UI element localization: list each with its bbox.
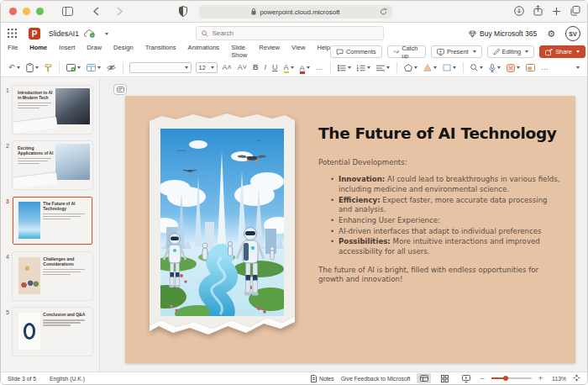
bullet-list-button[interactable] — [337, 61, 352, 75]
diamond-icon — [469, 30, 476, 38]
grow-font-button[interactable]: A˄ — [222, 61, 233, 75]
new-tab-icon[interactable] — [552, 4, 561, 19]
slide-sorter-view-button[interactable] — [438, 373, 452, 383]
find-button[interactable] — [470, 61, 484, 75]
zoom-level-label[interactable]: 113% — [549, 376, 566, 382]
slide-image-frame[interactable] — [148, 108, 297, 337]
shapes-button[interactable] — [403, 61, 418, 75]
present-button[interactable]: Present — [431, 45, 481, 58]
collapse-ribbon-button[interactable] — [575, 61, 580, 75]
thumbnail-title: Conclusion and Q&A — [43, 313, 88, 318]
thumbnail-number: 3 — [6, 198, 9, 204]
underline-button[interactable]: U — [271, 61, 279, 75]
privacy-shield-icon[interactable] — [179, 5, 187, 20]
feedback-link[interactable]: Give Feedback to Microsoft — [341, 376, 411, 382]
editing-mode-button[interactable]: Editing — [487, 45, 535, 58]
fit-to-window-icon[interactable] — [573, 374, 580, 382]
normal-view-button[interactable] — [417, 373, 431, 383]
shape-outline-button[interactable] — [442, 61, 457, 75]
statusbar-right: Notes Give Feedback to Microsoft − + 113… — [311, 373, 580, 383]
shape-fill-button[interactable] — [423, 61, 438, 75]
forward-button[interactable] — [111, 4, 128, 19]
thumbnail-number: 2 — [6, 143, 9, 149]
window-controls[interactable] — [9, 8, 44, 15]
shrink-font-button[interactable]: A˅ — [237, 61, 248, 75]
more-font-options-button[interactable]: … — [315, 61, 324, 75]
account-avatar[interactable]: SV — [565, 26, 580, 41]
zoom-slider[interactable] — [491, 377, 532, 379]
slide-thumbnail-2[interactable]: 2 Exciting Applications of AI — [1, 141, 99, 189]
thumbnail-image — [17, 256, 42, 296]
slide-thumbnail-5[interactable]: 5 Conclusion and Q&A — [1, 308, 99, 356]
dictate-button[interactable] — [488, 61, 501, 75]
zoom-out-button[interactable]: − — [480, 375, 484, 382]
back-button[interactable] — [87, 4, 104, 19]
font-color-button[interactable]: A — [299, 61, 311, 75]
catch-up-button[interactable]: Catch up — [387, 45, 426, 58]
bullet-marker: • — [330, 237, 339, 256]
current-slide[interactable]: The Future of AI Technology Potential De… — [125, 96, 575, 363]
editing-dropdown-icon[interactable] — [525, 50, 528, 53]
undo-button[interactable]: ↶ — [8, 61, 21, 75]
thumbnail-title: Exciting Applications of AI — [18, 146, 54, 156]
search-box[interactable] — [196, 26, 384, 40]
buy-microsoft-365-button[interactable]: Buy Microsoft 365 — [469, 29, 537, 38]
minimize-window-button[interactable] — [23, 8, 30, 15]
share-dropdown-icon[interactable] — [576, 50, 580, 53]
slide-bullet-list: • Innovation: AI could lead to breakthro… — [318, 175, 560, 256]
numbered-list-button[interactable] — [356, 61, 371, 75]
designer-button[interactable] — [506, 61, 521, 75]
share-icon — [545, 49, 553, 55]
reload-icon[interactable] — [380, 8, 387, 18]
present-dropdown-icon[interactable] — [473, 50, 476, 53]
text-highlight-button[interactable]: A — [283, 61, 295, 75]
layout-button[interactable] — [86, 61, 102, 75]
title-dropdown-icon[interactable] — [105, 33, 108, 35]
close-window-button[interactable] — [9, 8, 17, 15]
panel-button[interactable] — [525, 61, 536, 75]
slide-body-text[interactable]: Potential Developments: • Innovation: AI… — [318, 158, 560, 285]
search-input[interactable] — [213, 29, 378, 37]
slideshow-view-button[interactable] — [459, 373, 473, 383]
workspace: 1 Introduction to AI in Modern Tech 2 Ex… — [1, 78, 587, 372]
app-launcher-icon[interactable] — [8, 26, 17, 41]
language-label[interactable]: English (U.K.) — [50, 376, 85, 382]
paste-button[interactable] — [25, 61, 39, 75]
comments-button[interactable]: Comments — [330, 45, 382, 58]
catch-up-icon — [393, 49, 399, 55]
tab-overview-icon[interactable] — [570, 4, 580, 19]
slide-thumbnail-1[interactable]: 1 Introduction to AI in Modern Tech — [1, 86, 99, 134]
document-title[interactable]: SlidesAI1 — [49, 29, 79, 38]
zoom-slider-handle[interactable] — [503, 376, 509, 382]
slide-title[interactable]: The Future of AI Technology — [318, 124, 570, 142]
italic-button[interactable]: I — [264, 61, 268, 75]
share-page-icon[interactable] — [533, 4, 543, 19]
slide-thumbnail-panel: 1 Introduction to AI in Modern Tech 2 Ex… — [1, 78, 100, 372]
sidebar-toggle-icon[interactable] — [59, 4, 76, 19]
slide-canvas: The Future of AI Technology Potential De… — [100, 78, 587, 372]
powerpoint-logo[interactable]: P — [29, 28, 40, 40]
ribbon-overflow-button[interactable]: … — [540, 61, 549, 75]
format-painter-button[interactable] — [44, 61, 53, 75]
address-bar[interactable]: powerpoint.cloud.microsoft — [199, 5, 392, 18]
new-slide-button[interactable] — [66, 61, 81, 75]
align-text-button[interactable] — [375, 61, 391, 75]
downloads-icon[interactable] — [514, 4, 524, 19]
hide-slide-button[interactable] — [106, 61, 117, 75]
zoom-window-button[interactable] — [36, 8, 44, 15]
settings-gear-icon[interactable]: ⚙ — [547, 29, 555, 39]
slide-thumbnail-4[interactable]: 4 Challenges and Considerations — [1, 252, 99, 300]
autosave-cloud-icon[interactable] — [84, 26, 95, 41]
font-name-select[interactable] — [129, 62, 192, 73]
slide-bullet-item: • Possibilities: More intuitive interact… — [318, 237, 560, 256]
bold-button[interactable]: B — [252, 61, 260, 75]
browser-chrome: powerpoint.cloud.microsoft — [1, 1, 587, 23]
font-size-select[interactable]: 12 — [196, 62, 218, 73]
share-button[interactable]: Share — [539, 45, 585, 58]
slide-thumbnail-3[interactable]: 3 The Future of AI Technology — [1, 197, 99, 245]
notes-button[interactable]: Notes — [311, 375, 334, 382]
url-text: powerpoint.cloud.microsoft — [260, 8, 339, 16]
canvas-panel-toggle-icon[interactable] — [113, 84, 127, 95]
slide-bullet-item: • Efficiency: Expect faster, more accura… — [318, 196, 560, 215]
zoom-in-button[interactable]: + — [538, 375, 543, 382]
